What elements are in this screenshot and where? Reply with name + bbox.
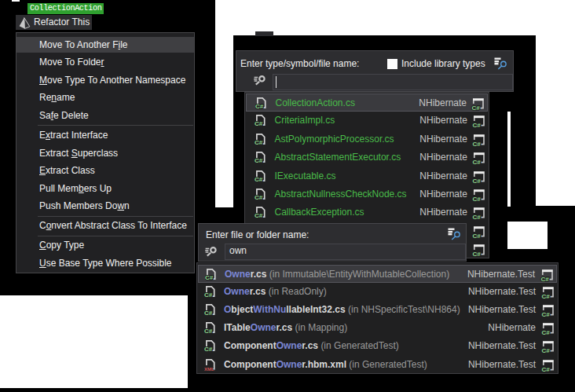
svg-text:C#: C# — [204, 310, 213, 317]
svg-text:C#: C# — [541, 329, 550, 335]
svg-text:C#: C# — [472, 178, 481, 184]
svg-text:C#: C# — [255, 158, 263, 164]
svg-text:C#: C# — [541, 311, 550, 317]
svg-text:C#: C# — [255, 139, 263, 145]
svg-text:C#: C# — [204, 346, 213, 353]
svg-text:C#: C# — [205, 274, 214, 280]
svg-text:C#: C# — [540, 276, 549, 282]
svg-text:C#: C# — [471, 104, 480, 111]
svg-text:C#: C# — [255, 103, 264, 109]
svg-text:C#: C# — [472, 251, 481, 257]
svg-text:C#: C# — [472, 141, 481, 147]
svg-text:C#: C# — [472, 233, 481, 239]
svg-text:C#: C# — [472, 196, 481, 202]
svg-text:C#: C# — [541, 347, 550, 354]
svg-text:C#: C# — [541, 366, 550, 372]
svg-text:C#: C# — [255, 194, 263, 200]
svg-text:C#: C# — [541, 293, 550, 299]
svg-text:C#: C# — [255, 176, 263, 182]
svg-text:XML: XML — [204, 366, 214, 370]
svg-text:C#: C# — [204, 328, 213, 335]
svg-text:C#: C# — [472, 214, 481, 220]
svg-text:C#: C# — [255, 121, 263, 127]
svg-text:C#: C# — [472, 122, 481, 128]
svg-text:C#: C# — [204, 291, 213, 298]
svg-text:C#: C# — [255, 213, 263, 219]
svg-text:C#: C# — [472, 159, 481, 165]
